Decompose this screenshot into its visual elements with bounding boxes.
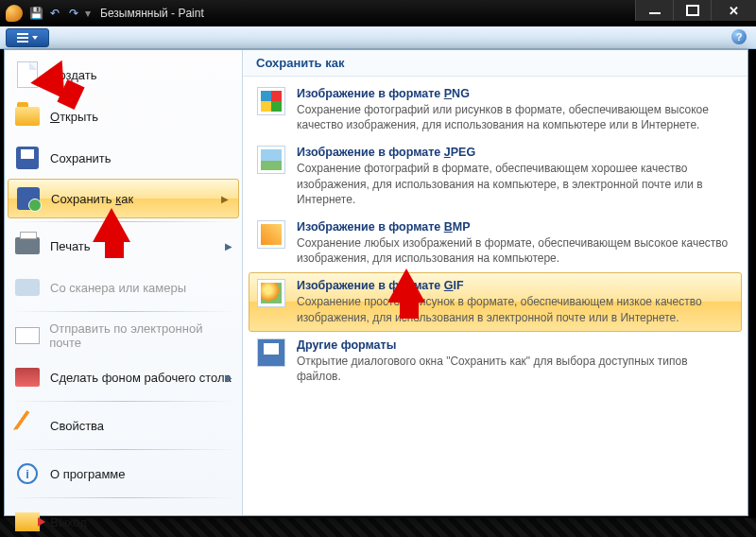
format-bmp[interactable]: Изображение в формате BMP Сохранение люб… bbox=[249, 214, 742, 272]
other-formats-icon bbox=[257, 338, 285, 367]
menu-divider bbox=[10, 311, 236, 312]
save-as-submenu: Сохранить как Изображение в формате PNG … bbox=[243, 50, 747, 515]
menu-item-wallpaper[interactable]: Сделать фоном рабочего стола ▶ bbox=[5, 356, 242, 398]
menu-divider bbox=[10, 401, 236, 402]
menu-item-exit[interactable]: Выход bbox=[5, 501, 242, 537]
file-menu-left: Создать Открыть Сохранить Сохранить как … bbox=[5, 50, 243, 515]
mail-icon bbox=[15, 327, 40, 344]
menu-item-email: Отправить по электронной почте bbox=[5, 315, 242, 356]
format-jpeg[interactable]: Изображение в формате JPEG Сохранение фо… bbox=[249, 139, 742, 214]
desktop-wallpaper-icon bbox=[15, 368, 40, 387]
format-description: Сохранение фотографий в формате, обеспеч… bbox=[297, 161, 733, 207]
exit-icon bbox=[15, 512, 40, 531]
file-menu-panel: Создать Открыть Сохранить Сохранить как … bbox=[4, 49, 748, 516]
window-controls bbox=[635, 0, 756, 21]
menu-item-properties[interactable]: Свойства bbox=[5, 405, 242, 446]
format-title: Другие форматы bbox=[297, 338, 733, 352]
qat-save-icon[interactable]: 💾 bbox=[28, 6, 43, 21]
chevron-right-icon: ▶ bbox=[225, 372, 232, 383]
format-gif[interactable]: Изображение в формате GIF Сохранение про… bbox=[249, 272, 742, 331]
close-button[interactable] bbox=[711, 0, 756, 21]
qat-customize-icon[interactable]: ▾ bbox=[85, 7, 91, 20]
format-description: Сохранение любых изображений в формате, … bbox=[297, 235, 733, 266]
format-description: Сохранение фотографий или рисунков в фор… bbox=[297, 102, 733, 132]
format-other[interactable]: Другие форматы Открытие диалогового окна… bbox=[249, 332, 742, 390]
png-icon bbox=[257, 87, 285, 115]
format-png[interactable]: Изображение в формате PNG Сохранение фот… bbox=[249, 80, 742, 139]
jpeg-icon bbox=[257, 146, 285, 174]
minimize-button[interactable] bbox=[635, 0, 673, 21]
quick-access-toolbar: 💾 ↶ ↷ ▾ bbox=[28, 6, 91, 21]
format-description: Сохранение простого рисунок в формате, о… bbox=[297, 294, 733, 324]
menu-item-scanner: Со сканера или камеры bbox=[5, 267, 242, 308]
bmp-icon bbox=[257, 220, 285, 249]
caret-down-icon bbox=[32, 36, 38, 40]
folder-open-icon bbox=[15, 107, 40, 126]
format-title: Изображение в формате BMP bbox=[297, 220, 733, 234]
qat-undo-icon[interactable]: ↶ bbox=[47, 6, 62, 21]
gif-icon bbox=[257, 279, 285, 307]
format-title: Изображение в формате GIF bbox=[297, 279, 733, 292]
save-as-icon bbox=[17, 187, 40, 210]
menu-icon bbox=[17, 33, 28, 43]
chevron-right-icon: ▶ bbox=[221, 194, 229, 204]
menu-item-label: Свойства bbox=[50, 419, 104, 433]
format-title: Изображение в формате PNG bbox=[297, 87, 733, 100]
ribbon: ? bbox=[0, 26, 756, 49]
info-icon: i bbox=[17, 463, 38, 484]
file-menu-button[interactable] bbox=[6, 28, 49, 47]
save-icon bbox=[16, 147, 39, 169]
menu-divider bbox=[10, 449, 236, 450]
menu-item-label: Открыть bbox=[50, 110, 98, 124]
menu-item-label: Со сканера или камеры bbox=[50, 281, 186, 295]
menu-item-label: Сохранить bbox=[50, 151, 112, 165]
menu-item-label: Печать bbox=[50, 239, 91, 253]
checkmark-icon bbox=[12, 410, 42, 442]
menu-item-label: Выход bbox=[50, 515, 87, 529]
menu-item-about[interactable]: i О программе bbox=[5, 453, 242, 494]
format-description: Открытие диалогового окна "Сохранить как… bbox=[297, 354, 733, 384]
menu-item-label: О программе bbox=[50, 467, 126, 481]
menu-item-label: Отправить по электронной почте bbox=[49, 321, 232, 350]
menu-item-save[interactable]: Сохранить bbox=[5, 137, 242, 179]
titlebar: 💾 ↶ ↷ ▾ Безымянный - Paint bbox=[0, 0, 756, 26]
format-list: Изображение в формате PNG Сохранение фот… bbox=[243, 77, 747, 394]
maximize-button[interactable] bbox=[673, 0, 711, 21]
window-title: Безымянный - Paint bbox=[100, 7, 204, 20]
printer-icon bbox=[15, 237, 40, 254]
menu-item-open[interactable]: Открыть bbox=[5, 95, 242, 137]
menu-divider bbox=[10, 497, 236, 498]
format-title: Изображение в формате JPEG bbox=[297, 146, 733, 159]
scanner-icon bbox=[15, 279, 40, 296]
chevron-right-icon: ▶ bbox=[225, 241, 232, 251]
help-button[interactable]: ? bbox=[731, 29, 747, 44]
menu-item-label: Сохранить как bbox=[51, 192, 133, 206]
menu-item-label: Сделать фоном рабочего стола bbox=[50, 371, 232, 385]
qat-redo-icon[interactable]: ↷ bbox=[66, 6, 81, 21]
submenu-header: Сохранить как bbox=[243, 50, 747, 77]
app-icon bbox=[6, 5, 23, 22]
